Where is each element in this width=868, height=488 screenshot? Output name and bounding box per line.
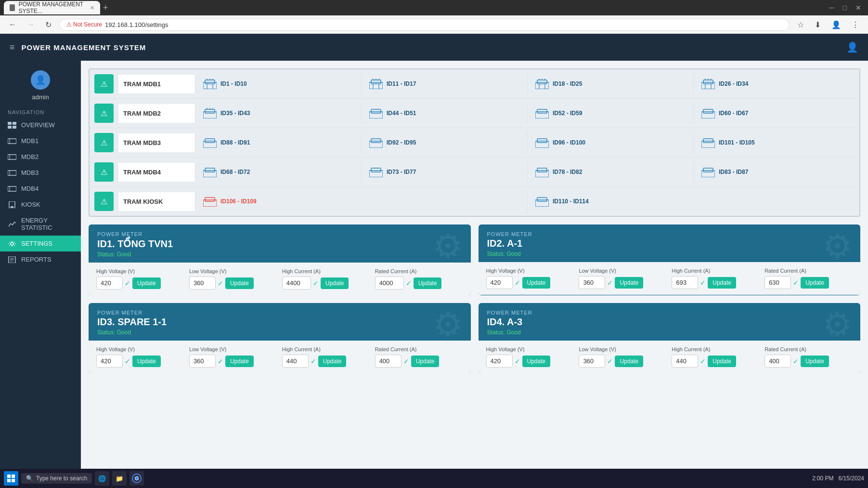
station-group-mdb2-2[interactable]: ID52 - ID59 [528, 103, 694, 123]
station-group-mdb1-3[interactable]: ID26 - ID34 [694, 74, 859, 94]
group-label-mdb3-3: ID101 - ID105 [719, 139, 755, 146]
update-btn-3-3[interactable]: Update [411, 356, 440, 367]
profile-button[interactable]: 👤 [829, 19, 844, 30]
update-btn-3-1[interactable]: Update [225, 356, 254, 367]
station-group-mdb2-1[interactable]: ID44 - ID51 [362, 103, 528, 123]
meter-label-4: Power Meter [487, 310, 852, 316]
address-input[interactable]: ⚠ Not Secure 192.168.1.100/settings [59, 19, 790, 31]
station-name-mdb2: TRAM MDB2 [118, 104, 195, 123]
station-group-mdb2-3[interactable]: ID60 - ID67 [694, 103, 859, 123]
station-group-mdb3-2[interactable]: ID96 - ID100 [528, 132, 694, 153]
start-button[interactable] [4, 471, 18, 486]
station-group-mdb4-0[interactable]: ID68 - ID72 [195, 162, 362, 182]
field-input-3-1[interactable] [189, 355, 216, 368]
substation-icon [203, 196, 217, 207]
sidebar-item-mdb1[interactable]: MDB1 [0, 133, 81, 149]
station-group-mdb4-2[interactable]: ID78 - ID82 [528, 162, 694, 182]
taskbar-files-icon[interactable]: 📁 [112, 471, 127, 486]
station-group-mdb1-0[interactable]: ID1 - ID10 [195, 74, 362, 94]
sidebar-item-settings[interactable]: SETTINGS [0, 236, 81, 251]
meter-label-1: Power Meter [97, 231, 462, 237]
field-input-4-1[interactable] [579, 355, 605, 368]
taskbar-edge-icon[interactable]: 🌐 [95, 471, 109, 486]
svg-rect-55 [537, 109, 547, 113]
station-row-mdb4: TRAM MDB4 ID68 - ID72 ID73 - ID77 ID78 -… [90, 158, 859, 187]
bookmark-button[interactable]: ☆ [794, 19, 807, 30]
update-btn-3-0[interactable]: Update [132, 356, 161, 367]
sidebar-item-energy[interactable]: ENERGY STATISTIC [0, 212, 81, 236]
update-btn-1-3[interactable]: Update [414, 277, 442, 289]
maximize-button[interactable]: □ [840, 3, 850, 13]
station-group-mdb1-2[interactable]: ID18 - ID25 [528, 74, 694, 94]
sidebar-item-label-mdb4: MDB4 [21, 185, 39, 192]
update-btn-4-1[interactable]: Update [615, 356, 643, 367]
sidebar-item-mdb2[interactable]: MDB2 [0, 149, 81, 165]
field-input-2-2[interactable] [672, 276, 698, 289]
update-btn-4-0[interactable]: Update [522, 356, 551, 367]
update-btn-1-0[interactable]: Update [132, 277, 161, 289]
update-btn-2-1[interactable]: Update [615, 277, 643, 289]
update-btn-1-2[interactable]: Update [321, 277, 349, 289]
refresh-button[interactable]: ↻ [42, 19, 54, 30]
update-btn-4-3[interactable]: Update [801, 356, 829, 367]
field-input-3-0[interactable] [96, 355, 123, 368]
meter-body-3: High Voltage (V) ✓ Update Low Voltage (V… [89, 341, 471, 373]
forward-button[interactable]: → [24, 19, 38, 30]
field-input-2-1[interactable] [579, 276, 605, 289]
group-label-kiosk-1: ID110 - ID114 [553, 198, 589, 205]
sidebar-item-mdb3[interactable]: MDB3 [0, 165, 81, 181]
field-input-4-2[interactable] [672, 355, 698, 368]
group-label-mdb2-3: ID60 - ID67 [719, 110, 748, 117]
field-input-2-0[interactable] [486, 276, 513, 289]
field-input-2-3[interactable] [764, 276, 791, 289]
field-input-4-3[interactable] [764, 355, 791, 368]
back-button[interactable]: ← [6, 19, 19, 30]
substation-icon [535, 167, 549, 177]
update-btn-2-3[interactable]: Update [801, 277, 829, 289]
sidebar-item-reports[interactable]: REPORTS [0, 251, 81, 267]
sidebar-item-label-energy: ENERGY STATISTIC [21, 217, 73, 231]
new-tab-button[interactable]: + [100, 3, 111, 13]
station-group-mdb3-0[interactable]: ID88 - ID91 [195, 132, 362, 153]
active-tab[interactable]: POWER MANAGEMENT SYSTE... ✕ [4, 1, 100, 14]
station-group-mdb3-1[interactable]: ID92 - ID95 [362, 132, 528, 153]
field-input-1-1[interactable] [189, 277, 216, 290]
update-btn-1-1[interactable]: Update [225, 277, 254, 289]
update-btn-4-2[interactable]: Update [708, 356, 736, 367]
station-group-mdb1-1[interactable]: ID11 - ID17 [362, 74, 528, 94]
update-btn-2-2[interactable]: Update [708, 277, 736, 289]
tab-close-btn[interactable]: ✕ [90, 5, 94, 11]
update-btn-2-0[interactable]: Update [522, 277, 551, 289]
station-group-mdb2-0[interactable]: ID35 - ID43 [195, 103, 362, 123]
update-btn-3-2[interactable]: Update [318, 356, 347, 367]
download-button[interactable]: ⬇ [812, 19, 824, 30]
header-user-icon[interactable]: 👤 [846, 41, 858, 53]
status-value-1: Good [117, 251, 131, 258]
sidebar-item-kiosk[interactable]: KIOSK [0, 197, 81, 212]
close-button[interactable]: ✕ [853, 3, 864, 13]
field-input-4-0[interactable] [486, 355, 513, 368]
station-group-kiosk-1[interactable]: ID110 - ID114 [528, 191, 859, 211]
field-input-1-2[interactable] [282, 277, 311, 290]
station-group-mdb4-1[interactable]: ID73 - ID77 [362, 162, 528, 182]
taskbar-chrome-icon[interactable] [130, 471, 144, 486]
meter-field-4-3: Rated Current (A) ✓ Update [764, 346, 853, 368]
group-label-mdb3-0: ID88 - ID91 [220, 139, 250, 146]
station-group-mdb3-3[interactable]: ID101 - ID105 [694, 132, 859, 153]
station-group-mdb4-3[interactable]: ID83 - ID87 [694, 162, 859, 182]
field-input-1-3[interactable] [375, 277, 404, 290]
hamburger-menu-icon[interactable]: ≡ [10, 42, 15, 53]
field-input-1-0[interactable] [96, 277, 123, 290]
svg-rect-4 [8, 139, 16, 144]
field-input-3-2[interactable] [282, 355, 309, 368]
field-label-1-1: Low Voltage (V) [189, 268, 277, 274]
search-bar[interactable]: 🔍 Type here to search [21, 473, 92, 484]
minimize-button[interactable]: ─ [827, 3, 837, 13]
svg-rect-6 [8, 155, 16, 159]
sidebar-item-overview[interactable]: OVERVIEW [0, 117, 81, 133]
station-group-kiosk-0[interactable]: ID106 - ID109 [195, 191, 528, 211]
sidebar-item-mdb4[interactable]: MDB4 [0, 181, 81, 197]
meter-field-2-2: High Current (A) ✓ Update [672, 268, 760, 289]
menu-button[interactable]: ⋮ [849, 19, 862, 30]
field-input-3-3[interactable] [375, 355, 402, 368]
